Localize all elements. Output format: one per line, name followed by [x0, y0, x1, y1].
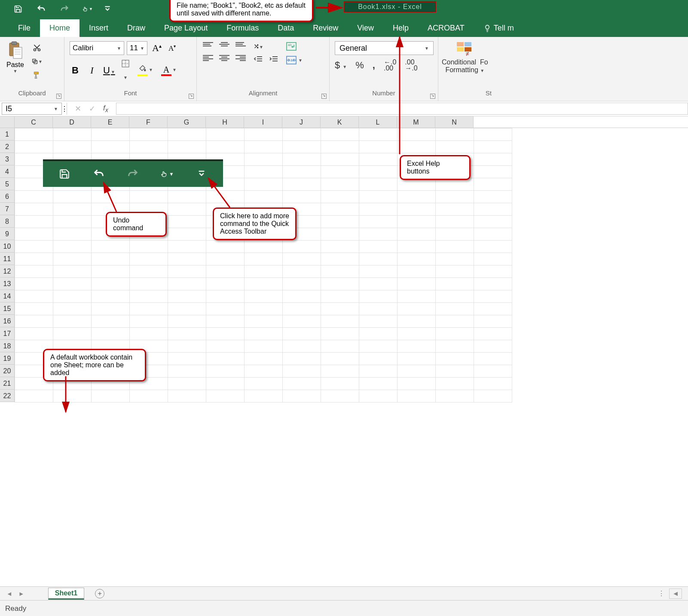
col-header[interactable]: F [129, 116, 168, 128]
wrap-text-button[interactable]: ab [286, 42, 303, 51]
align-bottom-icon[interactable] [235, 42, 246, 50]
row-header[interactable]: 20 [0, 365, 15, 377]
touch-mode-icon[interactable]: ▼ [83, 4, 93, 14]
col-header[interactable]: L [359, 116, 397, 128]
col-header[interactable]: E [91, 116, 129, 128]
row-header[interactable]: 10 [0, 240, 15, 253]
tab-home[interactable]: Home [40, 19, 80, 37]
row-header[interactable]: 21 [0, 377, 15, 390]
row-header[interactable]: 6 [0, 190, 15, 203]
align-right-icon[interactable] [235, 55, 246, 63]
select-all-triangle[interactable] [0, 116, 15, 128]
font-name-dropdown[interactable]: Calibri▼ [70, 41, 124, 55]
col-header[interactable]: H [206, 116, 244, 128]
row-header[interactable]: 5 [0, 178, 15, 190]
tab-view[interactable]: View [348, 19, 383, 37]
accounting-format-button[interactable]: $ ▼ [335, 60, 347, 71]
number-format-dropdown[interactable]: General▼ [335, 41, 434, 55]
row-header[interactable]: 15 [0, 302, 15, 315]
col-header[interactable]: G [168, 116, 206, 128]
row-header[interactable]: 4 [0, 165, 15, 178]
new-sheet-button[interactable]: + [95, 589, 104, 598]
number-dialog-launcher[interactable] [430, 94, 435, 99]
row-header[interactable]: 18 [0, 340, 15, 352]
alignment-dialog-launcher[interactable] [321, 94, 327, 99]
sheet-nav-next-icon[interactable]: ► [18, 590, 24, 597]
align-center-icon[interactable] [219, 55, 229, 63]
bold-button[interactable]: B [70, 65, 81, 76]
col-header[interactable]: J [282, 116, 321, 128]
col-header[interactable]: N [435, 116, 474, 128]
row-header[interactable]: 14 [0, 290, 15, 302]
row-header[interactable]: 7 [0, 203, 15, 215]
enter-formula-icon[interactable]: ✓ [89, 104, 95, 113]
paste-button[interactable]: Paste ▼ [3, 39, 27, 73]
row-header[interactable]: 9 [0, 228, 15, 240]
col-header[interactable]: C [15, 116, 53, 128]
row-header[interactable]: 13 [0, 278, 15, 290]
tell-me[interactable]: Tell m [474, 19, 523, 37]
comma-format-button[interactable]: , [373, 60, 375, 71]
italic-button[interactable]: I [86, 65, 98, 76]
row-header[interactable]: 11 [0, 253, 15, 265]
tab-review[interactable]: Review [303, 19, 348, 37]
tab-insert[interactable]: Insert [80, 19, 118, 37]
tab-draw[interactable]: Draw [118, 19, 155, 37]
row-header[interactable]: 16 [0, 315, 15, 327]
insert-function-icon[interactable]: fx [103, 104, 108, 113]
undo-icon[interactable] [36, 4, 46, 14]
cancel-formula-icon[interactable]: ✕ [75, 104, 81, 113]
fill-color-button[interactable]: ▼ [137, 65, 149, 76]
col-header[interactable]: D [53, 116, 91, 128]
conditional-formatting-button[interactable]: ≠ Conditional Fo Formatting ▼ [442, 39, 488, 74]
underline-button[interactable]: U▼ [103, 65, 114, 76]
col-header[interactable]: I [244, 116, 282, 128]
tab-data[interactable]: Data [268, 19, 303, 37]
hscroll-left-icon[interactable]: ◄ [669, 589, 682, 599]
merge-center-button[interactable]: a▼ [286, 56, 303, 64]
zoom-redo-icon[interactable] [126, 168, 139, 180]
tab-page-layout[interactable]: Page Layout [155, 19, 217, 37]
row-header[interactable]: 2 [0, 140, 15, 153]
zoom-touch-icon[interactable]: ▼ [161, 168, 174, 180]
tab-acrobat[interactable]: ACROBAT [418, 19, 474, 37]
row-header[interactable]: 22 [0, 390, 15, 402]
tab-file[interactable]: File [9, 19, 40, 37]
zoom-save-icon[interactable] [58, 168, 71, 180]
row-header[interactable]: 12 [0, 265, 15, 278]
row-header[interactable]: 19 [0, 352, 15, 365]
decrease-indent-icon[interactable] [254, 55, 263, 65]
col-header[interactable]: K [321, 116, 359, 128]
zoom-undo-icon[interactable] [92, 168, 105, 180]
row-header[interactable]: 8 [0, 215, 15, 228]
increase-decimal-button[interactable]: ←.0.00 [384, 59, 396, 71]
increase-font-icon[interactable]: A▴ [150, 43, 164, 54]
font-size-dropdown[interactable]: 11▼ [127, 41, 147, 55]
customize-qat-icon[interactable] [102, 4, 113, 14]
align-middle-icon[interactable] [219, 42, 229, 50]
font-color-button[interactable]: A▼ [160, 65, 172, 76]
save-icon[interactable] [13, 4, 23, 14]
align-left-icon[interactable] [203, 55, 213, 63]
row-header[interactable]: 17 [0, 327, 15, 340]
orientation-button[interactable]: ⤭▼ [254, 42, 263, 50]
borders-button[interactable]: ▼ [120, 59, 131, 82]
row-header[interactable]: 3 [0, 153, 15, 165]
row-header[interactable]: 1 [0, 128, 15, 140]
format-painter-icon[interactable] [31, 70, 43, 80]
redo-icon[interactable] [59, 4, 70, 14]
cut-icon[interactable] [31, 43, 43, 52]
increase-indent-icon[interactable] [269, 55, 278, 65]
tab-formulas[interactable]: Formulas [217, 19, 268, 37]
decrease-decimal-button[interactable]: .00→.0 [405, 59, 417, 71]
font-dialog-launcher[interactable] [189, 94, 194, 99]
name-box[interactable]: I5▼ [2, 103, 62, 115]
align-top-icon[interactable] [203, 42, 213, 50]
copy-icon[interactable]: ▼ [31, 57, 43, 66]
clipboard-dialog-launcher[interactable] [56, 94, 61, 99]
tab-help[interactable]: Help [383, 19, 418, 37]
percent-format-button[interactable]: % [355, 60, 364, 71]
sheet-nav-prev-icon[interactable]: ◄ [6, 590, 12, 597]
decrease-font-icon[interactable]: A▾ [166, 44, 178, 53]
sheet-tab-sheet1[interactable]: Sheet1 [48, 588, 84, 600]
